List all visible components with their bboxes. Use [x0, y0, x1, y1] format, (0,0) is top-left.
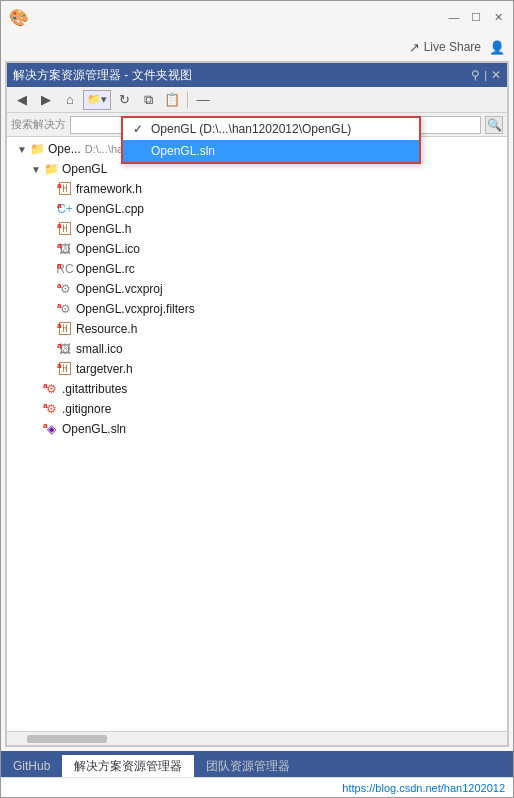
opengl-h-label: OpenGL.h	[76, 222, 131, 236]
dropdown-item-label-2: OpenGL.sln	[151, 144, 215, 158]
tree-item-opengl-vcxproj[interactable]: ⚙ a OpenGL.vcxproj	[7, 279, 507, 299]
tree-item-opengl-ico[interactable]: 🖼 a OpenGL.ico	[7, 239, 507, 259]
badge-a-10: a	[57, 361, 61, 370]
dropdown-item-label-1: OpenGL (D:\...\han1202012\OpenGL)	[151, 122, 351, 136]
status-bar: https://blog.csdn.net/han1202012	[1, 777, 513, 797]
tree-item-gitignore[interactable]: ⚙ a .gitignore	[7, 399, 507, 419]
panel-title: 解决方案资源管理器 - 文件夹视图	[13, 67, 192, 84]
targetver-h-label: targetver.h	[76, 362, 133, 376]
liveshare-bar: ↗ Live Share 👤	[1, 33, 513, 61]
no-arrow-4	[43, 242, 57, 256]
forward-button[interactable]: ▶	[35, 90, 57, 110]
panel-pin-button[interactable]: ⚲	[471, 68, 480, 82]
tab-team-explorer[interactable]: 团队资源管理器	[194, 755, 302, 777]
gitattributes-label: .gitattributes	[62, 382, 127, 396]
title-bar-left: 🎨	[9, 7, 29, 27]
tab-github[interactable]: GitHub	[1, 755, 62, 777]
opengl-vcxproj-label: OpenGL.vcxproj	[76, 282, 163, 296]
close-button[interactable]: ✕	[491, 10, 505, 24]
badge-a-1: a	[57, 181, 61, 190]
opengl-h-icon: 🄷 a	[57, 221, 73, 237]
no-arrow-12	[29, 402, 43, 416]
liveshare-button[interactable]: ↗ Live Share	[409, 40, 481, 55]
no-arrow-3	[43, 222, 57, 236]
minimize-button[interactable]: —	[447, 10, 461, 24]
panel-close-button[interactable]: ✕	[491, 68, 501, 82]
opengl-folder-label: OpenGL	[62, 162, 107, 176]
check-icon: ✓	[131, 122, 145, 136]
home-button[interactable]: ⌂	[59, 90, 81, 110]
tab-bar: GitHub 解决方案资源管理器 团队资源管理器	[1, 751, 513, 777]
status-url: https://blog.csdn.net/han1202012	[342, 782, 505, 794]
opengl-ico-icon: 🖼 a	[57, 241, 73, 257]
folder-arrow: ▼	[29, 162, 43, 176]
dropdown-item-opengl-sln[interactable]: OpenGL.sln	[123, 140, 419, 162]
tree-item-resource-h[interactable]: 🄷 a Resource.h	[7, 319, 507, 339]
badge-a-13: a	[43, 421, 47, 430]
no-arrow-13	[29, 422, 43, 436]
framework-h-icon: 🄷 a	[57, 181, 73, 197]
panel-header: 解决方案资源管理器 - 文件夹视图 ⚲ | ✕	[7, 63, 507, 87]
horizontal-scrollbar[interactable]	[7, 731, 507, 745]
maximize-button[interactable]: ☐	[469, 10, 483, 24]
back-button[interactable]: ◀	[11, 90, 33, 110]
dropdown-item-opengl-folder[interactable]: ✓ OpenGL (D:\...\han1202012\OpenGL)	[123, 118, 419, 140]
copy-button[interactable]: ⧉	[137, 90, 159, 110]
root-label: Ope...	[48, 142, 81, 156]
badge-a-5: a	[57, 261, 61, 270]
tree-item-opengl-cpp[interactable]: C+ a OpenGL.cpp	[7, 199, 507, 219]
tree-item-gitattributes[interactable]: ⚙ a .gitattributes	[7, 379, 507, 399]
tree-item-framework-h[interactable]: 🄷 a framework.h	[7, 179, 507, 199]
liveshare-label: Live Share	[424, 40, 481, 54]
paste-button[interactable]: 📋	[161, 90, 183, 110]
main-window: 🎨 — ☐ ✕ ↗ Live Share 👤 解决方案资源管理器 - 文件夹视图…	[0, 0, 514, 798]
root-folder-icon: 📁	[29, 141, 45, 157]
resource-h-icon: 🄷 a	[57, 321, 73, 337]
search-button[interactable]: 🔍	[485, 116, 503, 134]
no-arrow-10	[43, 362, 57, 376]
no-arrow-6	[43, 282, 57, 296]
account-icon[interactable]: 👤	[489, 40, 505, 55]
tree-item-opengl-vcxproj-filters[interactable]: ⚙ a OpenGL.vcxproj.filters	[7, 299, 507, 319]
tree-item-opengl-h[interactable]: 🄷 a OpenGL.h	[7, 219, 507, 239]
panel-header-right: ⚲ | ✕	[471, 68, 501, 82]
badge-a-8: a	[57, 321, 61, 330]
resource-h-label: Resource.h	[76, 322, 137, 336]
title-bar: 🎨 — ☐ ✕	[1, 1, 513, 33]
opengl-sln-label: OpenGL.sln	[62, 422, 126, 436]
opengl-vcxproj-icon: ⚙ a	[57, 281, 73, 297]
no-arrow-11	[29, 382, 43, 396]
opengl-rc-label: OpenGL.rc	[76, 262, 135, 276]
refresh-button[interactable]: ↻	[113, 90, 135, 110]
panel-separator: |	[484, 69, 487, 81]
tree-item-opengl-sln[interactable]: ◈ a OpenGL.sln	[7, 419, 507, 439]
path-dropdown: ✓ OpenGL (D:\...\han1202012\OpenGL) Open…	[121, 116, 421, 164]
toolbar-separator	[187, 92, 188, 108]
no-arrow-7	[43, 302, 57, 316]
tab-solution-explorer[interactable]: 解决方案资源管理器	[62, 755, 194, 777]
collapse-button[interactable]: —	[192, 90, 214, 110]
opengl-cpp-icon: C+ a	[57, 201, 73, 217]
opengl-vcxproj-filters-icon: ⚙ a	[57, 301, 73, 317]
tree-item-opengl-rc[interactable]: RC a OpenGL.rc	[7, 259, 507, 279]
opengl-sln-icon: ◈ a	[43, 421, 59, 437]
opengl-folder-icon: 📁	[43, 161, 59, 177]
opengl-cpp-label: OpenGL.cpp	[76, 202, 144, 216]
badge-a-12: a	[43, 401, 47, 410]
badge-a-4: a	[57, 241, 61, 250]
badge-a-3: a	[57, 221, 61, 230]
targetver-h-icon: 🄷 a	[57, 361, 73, 377]
badge-a-11: a	[43, 381, 47, 390]
tab-team-explorer-label: 团队资源管理器	[206, 758, 290, 775]
tab-solution-explorer-label: 解决方案资源管理器	[74, 758, 182, 775]
no-arrow-8	[43, 322, 57, 336]
tree-item-targetver-h[interactable]: 🄷 a targetver.h	[7, 359, 507, 379]
path-selector-button[interactable]: 📁▾	[83, 90, 111, 110]
framework-h-label: framework.h	[76, 182, 142, 196]
badge-a-7: a	[57, 301, 61, 310]
app-icon: 🎨	[9, 7, 29, 27]
toolbar: ◀ ▶ ⌂ 📁▾ ✓ OpenGL (D:\...\han1202012\Ope…	[7, 87, 507, 113]
gitattributes-icon: ⚙ a	[43, 381, 59, 397]
gitignore-label: .gitignore	[62, 402, 111, 416]
tree-item-small-ico[interactable]: 🖼 a small.ico	[7, 339, 507, 359]
